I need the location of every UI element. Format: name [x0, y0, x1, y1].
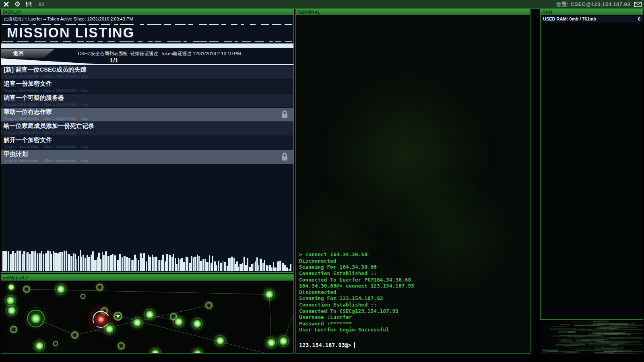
page-indicator: 1/1: [110, 57, 118, 64]
top-bar: ⚙ 60 位置: CSEC@123.154.187.93: [0, 0, 644, 9]
panel-title: netMap v1.7: [3, 275, 28, 280]
netmap-node[interactable]: [113, 311, 123, 321]
netmap-node[interactable]: [96, 283, 104, 291]
ram-panel-header: RAM: [541, 9, 643, 15]
netmap-node[interactable]: [205, 301, 213, 309]
netmap-node[interactable]: [35, 341, 44, 350]
netmap-node[interactable]: [267, 338, 276, 347]
ram-usage-label: USED RAM: 0mb / 761mb: [543, 16, 596, 21]
terminal-line: Username :Lucrfer: [299, 314, 414, 321]
netmap-node[interactable]: [7, 306, 16, 315]
close-icon[interactable]: [2, 1, 10, 8]
terminal-panel: TERMINAL > connect 164.34.30.68Disconnec…: [295, 9, 530, 354]
mission-title: 帮助一位有志作家: [4, 108, 52, 116]
netmap-node[interactable]: [23, 285, 31, 293]
mission-title: [新] 调查一位CSEC成员的失踪: [4, 66, 87, 74]
mission-subtitle: Target: UNKNOWN -- Client: UNKNOWN -- Ke…: [4, 144, 89, 149]
panel-title: TERMINAL: [297, 10, 320, 14]
save-icon[interactable]: [25, 1, 32, 8]
mission-subtitle: Target: UNKNOWN -- Client: UNKNOWN -- Ke…: [4, 116, 89, 121]
terminal-line: Scanning For 164.34.30.68: [299, 264, 414, 270]
terminal-prompt-label: 123.154.187.93@>: [299, 342, 351, 348]
terminal-line: Disconnected: [299, 289, 414, 296]
mission-row[interactable]: 甲虫计划 Target: UNKNOWN -- Client: UNKNOWN …: [1, 150, 293, 164]
netmap-node[interactable]: [265, 290, 274, 299]
ram-module-area: [541, 22, 643, 319]
lock-icon: [281, 152, 289, 161]
netmap-node[interactable]: [56, 285, 65, 294]
netmap-node[interactable]: [8, 284, 15, 291]
terminal-line: > connect 164.34.30.68: [299, 251, 414, 258]
back-button[interactable]: 返回: [1, 49, 54, 58]
netmap-node[interactable]: [145, 310, 154, 319]
netmap-node[interactable]: [216, 336, 225, 345]
mission-list: [新] 调查一位CSEC成员的失踪 Target: UNKNOWN -- Cli…: [1, 66, 293, 164]
terminal-panel-header: TERMINAL: [296, 9, 530, 15]
decor-dash-strip: [2, 39, 292, 42]
netmap-node[interactable]: [279, 337, 288, 346]
netmap-node-current[interactable]: [97, 316, 105, 323]
mission-row[interactable]: 给一位家庭成员添加一份死亡记录 Target: UNKNOWN -- Clien…: [1, 122, 293, 136]
mission-row[interactable]: 解开一个加密文件 Target: UNKNOWN -- Client: UNKN…: [1, 136, 293, 150]
ram-usage-row: USED RAM: 0mb / 761mb 0: [541, 16, 643, 22]
terminal-line: Connected To Lucrfer PC@164.34.30.68: [299, 277, 414, 283]
netmap-node[interactable]: [151, 349, 160, 353]
netmap-node[interactable]: [133, 318, 142, 327]
netmap-node[interactable]: [193, 319, 202, 328]
netmap-node[interactable]: [53, 341, 58, 346]
terminal-prompt[interactable]: 123.154.187.93@>: [299, 342, 355, 348]
terminal-line: Connected To CSEC@123.154.187.93: [299, 308, 414, 315]
display-bars: [2, 250, 292, 271]
netmap-node[interactable]: [10, 325, 18, 333]
terminal-line: 164.34.30.68@> connect 123.154.187.93: [299, 283, 414, 289]
netmap-canvas[interactable]: [1, 281, 293, 353]
mission-title: 调查一个可疑的服务器: [4, 94, 64, 102]
decor-line: [1, 64, 293, 65]
netmap-node-home[interactable]: [31, 313, 41, 324]
mission-row[interactable]: 追查一份加密文件 Target: UNKNOWN -- Client: UNKN…: [1, 80, 293, 93]
terminal-line: User Lucrfer Login Successful: [299, 327, 414, 333]
netmap-node[interactable]: [6, 296, 15, 305]
netmap-panel: netMap v1.7: [1, 274, 294, 354]
decor-band: [1, 43, 293, 48]
terminal-line: Connection Established ::: [299, 270, 414, 277]
terminal-body[interactable]: > connect 164.34.30.68DisconnectedScanni…: [296, 16, 530, 353]
mission-subtitle: Target: UNKNOWN -- Client: UNKNOWN -- Ke…: [4, 130, 89, 135]
netmap-node[interactable]: [80, 294, 86, 299]
mission-subtitle: Target: UNKNOWN -- Client: UNKNOWN -- Ke…: [4, 74, 89, 78]
settings-gear-icon[interactable]: ⚙: [14, 1, 21, 8]
ram-panel: RAM USED RAM: 0mb / 761mb 0: [540, 9, 643, 320]
netmap-node[interactable]: [193, 350, 202, 353]
terminal-line: Disconnected: [299, 258, 414, 264]
mission-subtitle: Target: UNKNOWN -- Client: UNKNOWN -- Ke…: [4, 88, 89, 93]
mail-icon[interactable]: [634, 1, 642, 8]
mission-subtitle: Target: UNKNOWN -- Client: UNKNOWN -- Ke…: [4, 158, 89, 163]
mission-title: 甲虫计划: [4, 150, 28, 158]
lock-icon: [281, 110, 289, 119]
mission-listing-title: MISSION LISTING: [7, 24, 134, 41]
netmap-node[interactable]: [105, 325, 114, 333]
terminal-line: Connection Established ::: [299, 302, 414, 308]
ram-noise-decor: [540, 321, 643, 354]
mission-row[interactable]: [新] 调查一位CSEC成员的失踪 Target: UNKNOWN -- Cli…: [1, 66, 293, 79]
terminal-cursor: [354, 342, 355, 348]
mission-row[interactable]: 调查一个可疑的服务器 Target: UNKNOWN -- Client: UN…: [1, 94, 293, 107]
mission-row[interactable]: 帮助一位有志作家 Target: UNKNOWN -- Client: UNKN…: [1, 108, 293, 121]
auth-status-line: 已授权用户: Lucrfer -- Token Active Since: 12…: [4, 16, 133, 22]
mission-board-nav: 返回 CSEC安全合同列表面板: 链接验证通过: Token验证通过 12/31…: [1, 48, 293, 64]
mission-title: 给一位家庭成员添加一份死亡记录: [4, 122, 94, 130]
ram-process-count: 0: [638, 16, 640, 21]
terminal-lines: > connect 164.34.30.68DisconnectedScanni…: [299, 251, 414, 333]
board-status-line: CSEC安全合同列表面板: 链接验证通过: Token验证通过 12/31/20…: [50, 51, 269, 57]
panel-title: DISPLAY: [3, 10, 22, 14]
netmap-node[interactable]: [174, 317, 183, 326]
mission-title: 追查一份加密文件: [4, 80, 52, 88]
display-panel: DISPLAY 已授权用户: Lucrfer -- Token Active S…: [1, 9, 294, 273]
display-panel-header: DISPLAY: [1, 9, 293, 15]
netmap-node[interactable]: [71, 331, 79, 339]
terminal-line: Password :*******: [299, 321, 414, 327]
terminal-line: Scanning For 123.154.187.93: [299, 295, 414, 302]
mission-title: 解开一个加密文件: [4, 136, 52, 144]
netmap-node[interactable]: [117, 342, 125, 350]
mission-subtitle: Target: UNKNOWN -- Client: UNKNOWN -- Ke…: [4, 102, 89, 107]
